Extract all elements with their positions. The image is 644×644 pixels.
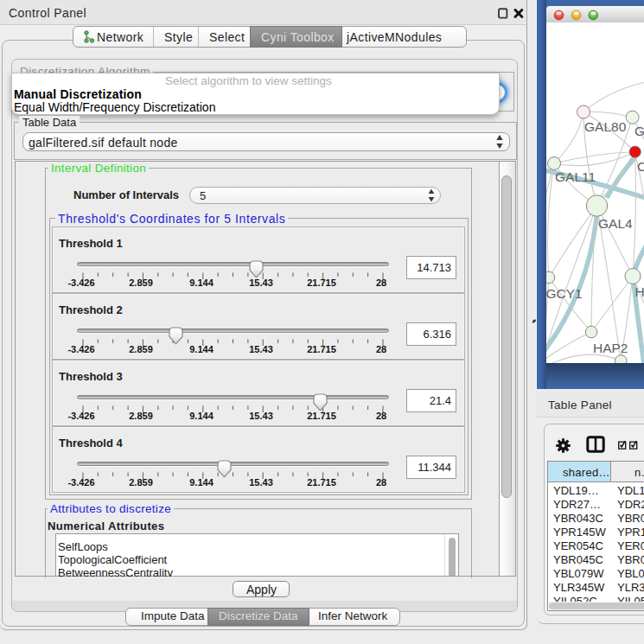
svg-text:GA: GA	[634, 124, 644, 138]
svg-text:GCY1: GCY1	[546, 286, 583, 301]
svg-text:H: H	[635, 284, 644, 299]
svg-text:HAP2: HAP2	[593, 341, 628, 355]
svg-text:GAL80: GAL80	[584, 119, 627, 134]
svg-text:GAL4: GAL4	[598, 216, 633, 231]
svg-text:GAL11: GAL11	[555, 169, 596, 184]
svg-text:C: C	[637, 159, 644, 174]
